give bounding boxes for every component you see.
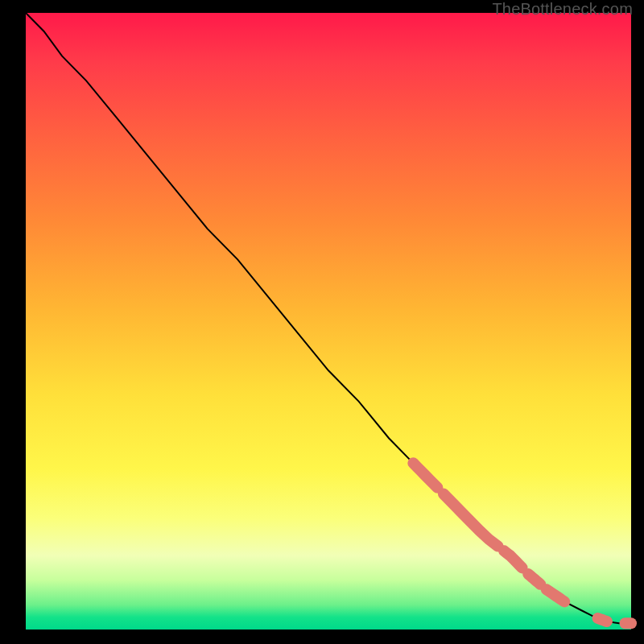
watermark-text: TheBottleneck.com	[492, 0, 633, 19]
highlight-segment	[528, 574, 540, 584]
highlight-segment	[598, 618, 607, 621]
chart-svg	[26, 13, 631, 630]
highlight-segment	[413, 463, 437, 488]
curve-line	[26, 13, 631, 623]
highlight-group	[413, 463, 631, 623]
plot-area	[26, 13, 631, 630]
highlight-segment	[504, 551, 522, 568]
highlight-segment	[547, 589, 565, 601]
chart-frame: TheBottleneck.com	[0, 0, 644, 644]
highlight-segment	[444, 494, 498, 547]
